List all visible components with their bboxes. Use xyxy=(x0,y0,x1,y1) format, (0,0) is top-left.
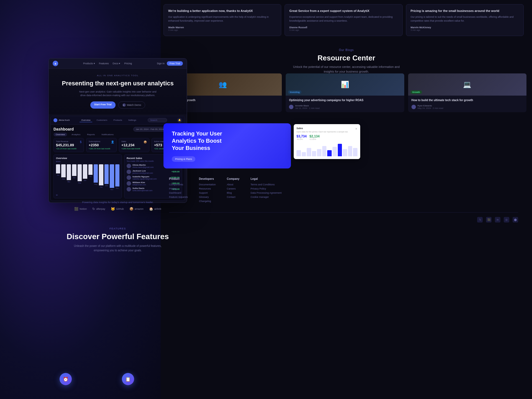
date-range[interactable]: Jan 20, 2024 - Feb 09, 2024 xyxy=(133,127,166,132)
resource-card-author-2: Ryan Edwards xyxy=(418,104,443,107)
resource-card-date-1: Jul 11, 2024 · 1 min read xyxy=(295,107,319,109)
mini-bar-10 xyxy=(348,146,352,157)
metric-revenue-value: $45,231.89 xyxy=(56,143,81,147)
chart-bar-Dec: Dec xyxy=(115,164,119,193)
footer-grid: ProductComponentsPricingDashboardFeature… xyxy=(169,177,518,204)
signin-button[interactable]: Sign In xyxy=(157,62,165,65)
testimonial-card-2: Great Service from a expert support syst… xyxy=(285,4,402,36)
chart-bar-Sep: Sep xyxy=(99,164,103,193)
author-avatar-2 xyxy=(411,105,416,109)
footer-link-1-2[interactable]: Support xyxy=(199,191,216,194)
free-trial-button[interactable]: Free Trial xyxy=(167,61,183,66)
social-github[interactable]: ⬛ xyxy=(486,217,492,222)
footer-link-3-1[interactable]: Privacy Policy xyxy=(250,187,282,190)
sale-avatar-1 xyxy=(127,170,131,174)
chart-bar-May: May xyxy=(78,164,82,193)
testimonial-title-2: Great Service from a expert support syst… xyxy=(289,9,398,13)
footer-link-1-4[interactable]: Changelog xyxy=(199,200,216,203)
footer-col-2: CompanyAboutCareersBlogContact xyxy=(227,177,240,204)
tracking-section: Tracking Your User Analytics To Boost Yo… xyxy=(163,123,291,168)
footer-link-0-0[interactable]: Components xyxy=(169,183,188,186)
resource-cards: 👥 is the ultimate growth 📊 Investing Opt… xyxy=(163,73,526,112)
footer-link-0-2[interactable]: Dashboard xyxy=(169,191,188,194)
chart-bar-Oct: Oct xyxy=(104,164,109,193)
footer-link-2-1[interactable]: Careers xyxy=(227,187,240,190)
bottom-btn-left[interactable]: ⏰ xyxy=(60,373,72,385)
testimonial-body-1: Our application is undergoing significan… xyxy=(168,15,277,23)
social-twitter[interactable]: 𝕏 xyxy=(477,217,483,222)
footer-link-2-3[interactable]: Contact xyxy=(227,196,240,198)
nav-links: Products ▾ Features Docs ▾ Pricing xyxy=(83,62,132,65)
stats-tab-analytics[interactable]: Analytics xyxy=(69,133,83,136)
footer-link-1-1[interactable]: Resources xyxy=(199,187,216,190)
browser-navbar: a Products ▾ Features Docs ▾ Pricing Sig… xyxy=(49,58,187,69)
brand-notion: ⬛ Notion xyxy=(74,207,87,211)
mini-chart-bars xyxy=(296,142,357,156)
notification-icon[interactable]: 🔔 xyxy=(177,118,182,123)
testimonial-time-2: 3 min ago xyxy=(289,29,398,31)
resource-subtitle: Unlock the potential of our resource cen… xyxy=(291,65,402,74)
footer-link-2-2[interactable]: Blog xyxy=(227,191,240,194)
subscriptions-icon: 👤 xyxy=(111,140,114,144)
stats-tab-reports[interactable]: Reports xyxy=(85,133,97,136)
stats-tab-overview[interactable]: Overview xyxy=(53,133,67,136)
chart-bars: JanFebMarAprMayJunJulAugSepOctNovDec xyxy=(56,163,119,194)
footer-link-0-3[interactable]: Feature requests xyxy=(169,196,188,198)
tab-customers[interactable]: Customers xyxy=(95,118,109,122)
features-title: Discover Powerful Features xyxy=(51,232,184,241)
mini-bar-7 xyxy=(332,147,337,156)
chart-bar-Aug: Aug xyxy=(94,164,98,193)
chart-bar-Jan: Jan xyxy=(56,164,60,193)
footer-link-3-0[interactable]: Terms and Conditions xyxy=(250,183,282,186)
mini-bar-3 xyxy=(312,151,316,156)
sale-name-0: Olivia Martin xyxy=(132,164,167,166)
watch-demo-button[interactable]: ▶ Watch Demo xyxy=(118,101,145,109)
footer-link-1-0[interactable]: Documentation xyxy=(199,183,216,186)
chart-bar-Nov: Nov xyxy=(110,164,114,193)
footer-link-3-2[interactable]: Data Processing Agreement xyxy=(250,191,282,194)
social-linkedin[interactable]: in xyxy=(495,217,500,222)
footer-link-0-1[interactable]: Pricing xyxy=(169,187,188,190)
social-rss[interactable]: ⬤ xyxy=(513,217,518,222)
resource-card-tag-2: Growth xyxy=(410,90,422,94)
footer-link-2-0[interactable]: About xyxy=(227,183,240,186)
chart-bar-Feb: Feb xyxy=(61,164,65,193)
tab-overview[interactable]: Overview xyxy=(80,118,92,122)
sale-email-0: olivia.martin@gmail.com xyxy=(132,166,167,168)
mini-stats: $3,734 -41.5% $2,134 +2.05% xyxy=(296,134,357,140)
resource-card-author-1: Annette Black xyxy=(295,104,319,107)
social-instagram[interactable]: ◎ xyxy=(504,217,509,222)
sale-avatar-0 xyxy=(127,164,131,168)
footer-link-3-3[interactable]: Cookie manager xyxy=(250,196,282,198)
hero-subtitle: Next-gen user analytics: Gain valuable i… xyxy=(76,90,159,98)
testimonial-author-3: Marvin McKinney xyxy=(411,26,519,29)
metric-revenue: $ Total Revenue $45,231.89 +20.1% from l… xyxy=(53,138,84,152)
hero-title: Presenting the next-gen user analytics xyxy=(53,80,183,87)
nav-docs[interactable]: Docs ▾ xyxy=(112,62,120,65)
metric-revenue-change: +20.1% from last month xyxy=(56,148,81,150)
footer-col-1: DevelopersDocumentationResourcesSupportG… xyxy=(199,177,216,204)
metric-sales-value: +12,234 xyxy=(121,143,147,147)
footer-bottom: 𝕏 ⬛ in ◎ ⬤ xyxy=(169,217,518,222)
features-subtitle: Unleash the power of our platform with a… xyxy=(73,244,162,253)
tab-products[interactable]: Products xyxy=(112,118,124,122)
testimonial-card-1: We're building a better application now,… xyxy=(163,4,281,36)
testimonial-card-3: Pricing is amazing for the small busines… xyxy=(406,4,524,36)
nav-pricing[interactable]: Pricing xyxy=(124,62,132,65)
footer-link-1-3[interactable]: Glossary xyxy=(199,196,216,198)
mini-stat-label-2: +2.05% xyxy=(310,138,320,140)
chart-bar-Jul: Jul xyxy=(88,164,93,193)
start-free-trial-button[interactable]: Start Free Trial xyxy=(90,101,116,109)
play-icon: ▶ xyxy=(122,103,126,107)
mini-chart-close[interactable]: ✕ xyxy=(355,127,357,130)
nav-features[interactable]: Features xyxy=(99,62,109,65)
bottom-btn-right[interactable]: 📋 xyxy=(122,373,134,385)
nav-products[interactable]: Products ▾ xyxy=(83,62,95,65)
testimonial-time-1: 3 min ago xyxy=(168,29,277,31)
stats-tab-notifications[interactable]: Notifications xyxy=(99,133,116,136)
pricing-plans-button[interactable]: Pricing & Plans xyxy=(172,156,195,162)
search-input[interactable]: Search xyxy=(148,118,167,122)
tab-settings[interactable]: Settings xyxy=(127,118,138,122)
mini-bar-1 xyxy=(302,152,306,156)
testimonial-body-2: Experience exceptional service and suppo… xyxy=(289,15,398,23)
